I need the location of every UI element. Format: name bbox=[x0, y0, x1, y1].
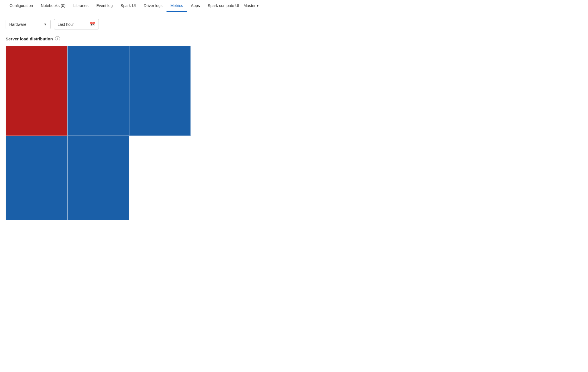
toolbar: Hardware ▼ Last hour 📅 bbox=[0, 12, 588, 34]
treemap-cell-2-3 bbox=[129, 136, 191, 220]
nav-item-apps[interactable]: Apps bbox=[187, 0, 204, 12]
hardware-dropdown[interactable]: Hardware ▼ bbox=[6, 20, 51, 29]
nav-item-event-log[interactable]: Event log bbox=[92, 0, 117, 12]
treemap-cell-1-3 bbox=[129, 46, 191, 136]
nav-item-metrics[interactable]: Metrics bbox=[167, 0, 187, 12]
nav-bar: Configuration Notebooks (0) Libraries Ev… bbox=[0, 0, 588, 12]
nav-item-driver-logs[interactable]: Driver logs bbox=[140, 0, 167, 12]
nav-item-libraries[interactable]: Libraries bbox=[69, 0, 92, 12]
info-icon[interactable]: i bbox=[55, 36, 60, 41]
section-title: Server load distribution i bbox=[6, 36, 582, 41]
treemap-cell-1-2 bbox=[67, 46, 129, 136]
main-content: Server load distribution i bbox=[0, 34, 588, 226]
chevron-down-icon: ▼ bbox=[44, 22, 47, 26]
nav-item-spark-ui[interactable]: Spark UI bbox=[117, 0, 140, 12]
nav-item-spark-compute-ui[interactable]: Spark compute UI – Master ▾ bbox=[204, 0, 263, 12]
treemap-cell-1-1 bbox=[6, 46, 67, 136]
treemap-cell-2-2 bbox=[67, 136, 129, 220]
calendar-icon: 📅 bbox=[90, 22, 95, 27]
time-range-picker[interactable]: Last hour 📅 bbox=[54, 19, 99, 29]
nav-item-notebooks[interactable]: Notebooks (0) bbox=[37, 0, 69, 12]
nav-item-configuration[interactable]: Configuration bbox=[6, 0, 37, 12]
treemap-container bbox=[6, 46, 191, 220]
treemap-cell-2-1 bbox=[6, 136, 67, 220]
